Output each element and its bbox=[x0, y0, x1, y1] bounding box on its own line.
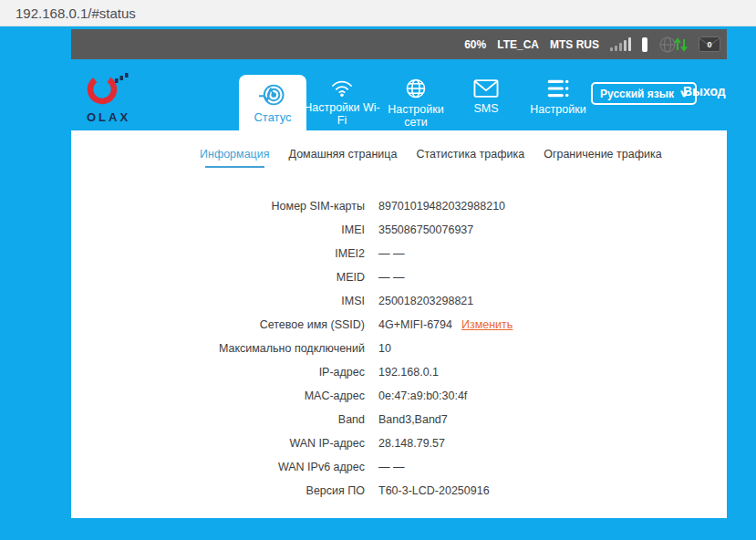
row-value: 89701019482032988210 bbox=[378, 194, 505, 218]
subtab-information[interactable]: Информация bbox=[200, 148, 270, 168]
table-row-wan-ip: WAN IP-адрес 28.148.79.57 bbox=[71, 431, 727, 455]
sms-envelope-icon[interactable]: 0 bbox=[699, 36, 720, 52]
row-value: 0e:47:a9:b0:30:4f bbox=[378, 384, 467, 408]
tab-status[interactable]: Статус bbox=[239, 75, 306, 130]
row-label: WAN IPv6 адрес bbox=[71, 455, 365, 479]
olax-logo-text: OLAX bbox=[85, 110, 143, 124]
sms-count-badge: 0 bbox=[699, 36, 720, 52]
browser-address-bar[interactable]: 192.168.0.1/#status bbox=[0, 0, 756, 26]
row-value: — — bbox=[378, 265, 404, 289]
row-label: IMSI bbox=[71, 289, 365, 313]
row-value: 355086750076937 bbox=[378, 218, 473, 242]
row-value: 250018203298821 bbox=[378, 289, 473, 313]
settings-list-icon bbox=[545, 78, 571, 99]
row-label: MEID bbox=[71, 265, 365, 289]
wifi-icon bbox=[329, 78, 355, 98]
row-label: Band bbox=[71, 408, 365, 431]
battery-percent: 60% bbox=[464, 38, 486, 51]
table-row-wan-ipv6: WAN IPv6 адрес — — bbox=[71, 455, 727, 479]
signal-bars-icon bbox=[610, 37, 631, 51]
row-value: 192.168.0.1 bbox=[378, 360, 439, 384]
battery-icon bbox=[642, 37, 647, 52]
row-value: 4G+MIFI-6794 bbox=[378, 313, 452, 337]
envelope-icon bbox=[472, 78, 500, 99]
subtab-traffic-limit[interactable]: Ограничение трафика bbox=[544, 148, 661, 168]
tab-sms[interactable]: SMS bbox=[459, 78, 513, 115]
row-label: IMEI2 bbox=[71, 242, 365, 265]
row-label: IMEI bbox=[71, 218, 365, 242]
row-label: Версия ПО bbox=[71, 479, 365, 503]
row-value: 10 bbox=[378, 337, 391, 360]
tab-network-settings[interactable]: Настройки сети bbox=[383, 78, 449, 129]
table-row-band: Band Band3,Band7 bbox=[71, 408, 727, 431]
device-status-bar: 60% LTE_CA MTS RUS 0 bbox=[71, 29, 727, 59]
row-label: Максимально подключений bbox=[71, 337, 365, 360]
tab-settings-label: Настройки bbox=[530, 103, 585, 116]
tab-network-label: Настройки сети bbox=[383, 103, 449, 129]
subtab-bar: Информация Домашняя страница Статистика … bbox=[200, 148, 662, 168]
row-value: T60-3-LCD-20250916 bbox=[378, 479, 490, 503]
row-label: MAC-адрес bbox=[71, 384, 365, 408]
table-row-max-connections: Максимально подключений 10 bbox=[71, 337, 727, 360]
content-panel: Информация Домашняя страница Статистика … bbox=[71, 130, 727, 518]
row-value: — — bbox=[378, 455, 404, 479]
table-row-imsi: IMSI 250018203298821 bbox=[71, 289, 727, 313]
logout-button[interactable]: Выход bbox=[683, 84, 726, 99]
table-row-firmware-version: Версия ПО T60-3-LCD-20250916 bbox=[71, 479, 727, 503]
olax-logo-icon bbox=[85, 71, 132, 106]
globe-icon bbox=[404, 78, 428, 99]
status-gauge-icon bbox=[259, 81, 286, 109]
subtab-traffic-statistics[interactable]: Статистика трафика bbox=[416, 148, 524, 168]
row-value: Band3,Band7 bbox=[378, 408, 448, 431]
table-row-sim-number: Номер SIM-карты 89701019482032988210 bbox=[71, 194, 727, 218]
language-selector[interactable]: Русский язык ∨ bbox=[591, 82, 697, 105]
table-row-meid: MEID — — bbox=[71, 265, 727, 289]
row-label: Сетевое имя (SSID) bbox=[71, 313, 365, 337]
globe-traffic-icon bbox=[658, 36, 688, 54]
table-row-mac-address: MAC-адрес 0e:47:a9:b0:30:4f bbox=[71, 384, 727, 408]
tab-wifi-settings[interactable]: Настройки Wi-Fi bbox=[302, 78, 382, 127]
tab-wifi-label: Настройки Wi-Fi bbox=[302, 101, 382, 127]
language-selected: Русский язык bbox=[600, 88, 674, 100]
table-row-imei: IMEI 355086750076937 bbox=[71, 218, 727, 242]
change-ssid-link[interactable]: Изменить bbox=[461, 313, 513, 337]
subtab-home-page[interactable]: Домашняя страница bbox=[289, 148, 398, 168]
olax-logo: OLAX bbox=[85, 71, 143, 124]
tab-settings[interactable]: Настройки bbox=[522, 78, 595, 116]
tab-status-label: Статус bbox=[254, 110, 291, 124]
row-label: WAN IP-адрес bbox=[71, 431, 365, 455]
page-url: 192.168.0.1/#status bbox=[16, 5, 136, 21]
row-label: IP-адрес bbox=[71, 360, 365, 384]
operator-name: MTS RUS bbox=[550, 38, 599, 51]
row-value: — — bbox=[378, 242, 404, 265]
table-row-ssid: Сетевое имя (SSID) 4G+MIFI-6794 Изменить bbox=[71, 313, 727, 337]
tab-sms-label: SMS bbox=[473, 102, 498, 115]
info-table: Номер SIM-карты 89701019482032988210 IME… bbox=[71, 194, 727, 503]
table-row-ip-address: IP-адрес 192.168.0.1 bbox=[71, 360, 727, 384]
row-label: Номер SIM-карты bbox=[71, 194, 365, 218]
network-type: LTE_CA bbox=[497, 38, 539, 51]
row-value: 28.148.79.57 bbox=[378, 431, 445, 455]
table-row-imei2: IMEI2 — — bbox=[71, 242, 727, 265]
